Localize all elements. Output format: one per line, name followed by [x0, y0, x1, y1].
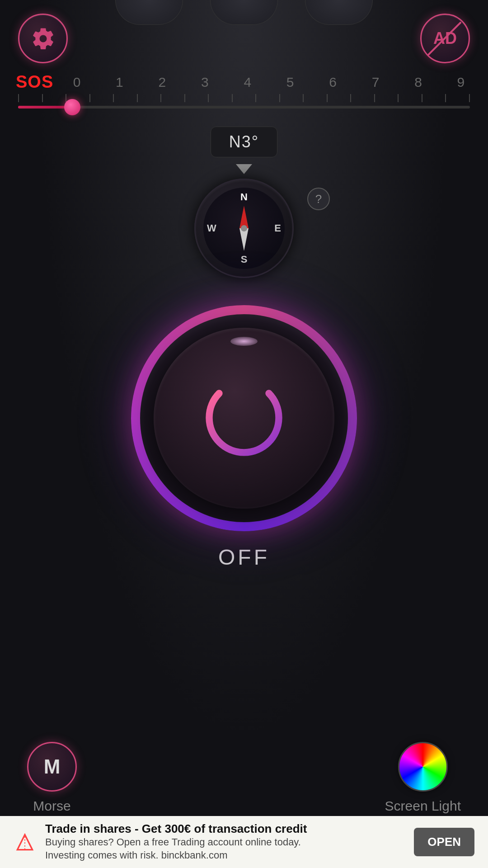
- compass-west-label: W: [207, 222, 216, 234]
- slider-thumb[interactable]: [64, 99, 80, 115]
- bottom-bar: M Morse Screen Light: [0, 742, 488, 814]
- power-middle-ring: [140, 314, 348, 522]
- tick: [374, 94, 375, 102]
- morse-button-group[interactable]: M Morse: [27, 742, 77, 814]
- power-glow: [230, 337, 258, 346]
- tick: [89, 94, 90, 102]
- tick: [18, 94, 19, 102]
- tick: [255, 94, 256, 102]
- color-wheel[interactable]: [398, 742, 448, 792]
- slider-ticks: [16, 94, 472, 102]
- top-section: AD SOS 0 1 2 3 4 5 6 7 8 9: [0, 0, 488, 108]
- compass-heading: N3°: [229, 132, 259, 151]
- power-button[interactable]: [154, 328, 334, 509]
- slider-num-4: 4: [239, 75, 257, 90]
- morse-button[interactable]: M: [27, 742, 77, 792]
- compass-section: N3° ? N S W E: [0, 127, 488, 278]
- ad-banner: Trade in shares - Get 300€ of transactio…: [0, 816, 488, 868]
- compass-east-label: E: [274, 222, 281, 234]
- sos-label[interactable]: SOS: [16, 72, 66, 92]
- tick: [137, 94, 138, 102]
- top-bar: AD: [0, 0, 488, 63]
- power-status-label: OFF: [218, 545, 270, 570]
- compass-widget[interactable]: N S W E: [194, 179, 294, 278]
- morse-letter: M: [44, 755, 61, 778]
- tick: [184, 94, 185, 102]
- tick: [160, 94, 161, 102]
- slider-num-5: 5: [281, 75, 299, 90]
- tick: [42, 94, 43, 102]
- tick: [422, 94, 422, 102]
- screen-light-label: Screen Light: [385, 798, 461, 814]
- ad-title: Trade in shares - Get 300€ of transactio…: [45, 822, 405, 836]
- tick: [327, 94, 328, 102]
- slider-num-2: 2: [153, 75, 171, 90]
- power-section: OFF: [0, 305, 488, 570]
- ad-description: Buying shares? Open a free Trading accou…: [45, 836, 405, 862]
- compass-container: ? N S W E: [194, 179, 294, 278]
- ad-open-button[interactable]: OPEN: [414, 828, 474, 856]
- slider-num-3: 3: [196, 75, 214, 90]
- tick: [208, 94, 209, 102]
- tick: [445, 94, 446, 102]
- needle-center: [241, 225, 247, 231]
- brightness-slider[interactable]: [18, 106, 470, 108]
- compass-inner: N S W E: [203, 188, 285, 269]
- power-outer-ring: [131, 305, 357, 531]
- slider-num-0: 0: [68, 75, 86, 90]
- ad-icon: [14, 831, 36, 854]
- ad-text: Trade in shares - Get 300€ of transactio…: [45, 822, 405, 862]
- tick: [113, 94, 114, 102]
- slider-num-7: 7: [366, 75, 385, 90]
- slider-num-9: 9: [452, 75, 470, 90]
- morse-label: Morse: [33, 798, 70, 814]
- tick: [469, 94, 470, 102]
- compass-direction-arrow: [236, 164, 252, 174]
- tick: [350, 94, 351, 102]
- compass-south-label: S: [241, 254, 248, 265]
- compass-heading-display: N3°: [211, 127, 277, 157]
- tick: [303, 94, 304, 102]
- help-button[interactable]: ?: [307, 188, 330, 210]
- slider-labels: SOS 0 1 2 3 4 5 6 7 8 9: [9, 72, 479, 92]
- tick: [232, 94, 233, 102]
- compass-north-label: N: [240, 191, 248, 203]
- gear-icon: [31, 26, 56, 51]
- power-icon: [194, 368, 294, 468]
- slider-section: SOS 0 1 2 3 4 5 6 7 8 9: [0, 72, 488, 108]
- screen-light-button-group[interactable]: Screen Light: [385, 742, 461, 814]
- tick: [398, 94, 399, 102]
- slider-numbers: 0 1 2 3 4 5 6 7 8 9: [66, 75, 472, 90]
- slider-num-6: 6: [324, 75, 342, 90]
- slider-track-container: [9, 94, 479, 108]
- ad-logo-icon: [16, 833, 34, 851]
- slider-num-8: 8: [409, 75, 427, 90]
- ad-disable-button[interactable]: AD: [420, 14, 470, 63]
- needle-south: [239, 228, 249, 251]
- settings-button[interactable]: [18, 14, 68, 63]
- tick: [279, 94, 280, 102]
- slider-num-1: 1: [110, 75, 128, 90]
- compass-needle: [239, 206, 249, 251]
